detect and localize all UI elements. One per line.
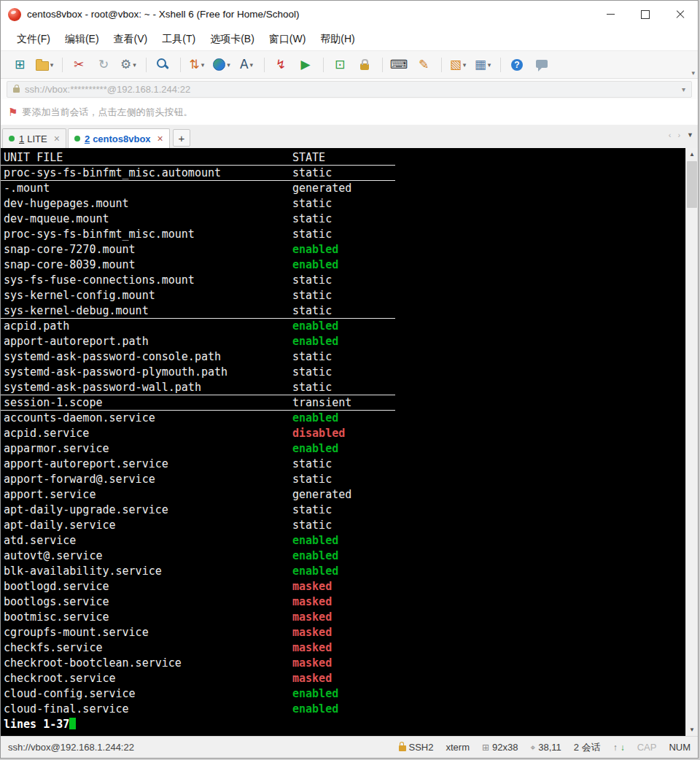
find-icon[interactable]: [151, 55, 174, 75]
unit-file-name: systemd-ask-password-wall.path: [4, 381, 201, 394]
dropdown-arrow-icon[interactable]: ▾: [250, 61, 254, 69]
tab-scroll-right-icon[interactable]: ›: [677, 131, 680, 139]
menu-item[interactable]: 文件(F): [9, 30, 58, 49]
tile-windows-icon[interactable]: ▦▾: [471, 55, 494, 75]
dropdown-arrow-icon[interactable]: ▾: [463, 61, 467, 69]
feedback-icon: [536, 60, 548, 68]
unit-state: masked: [292, 594, 332, 610]
unit-file-name: blk-availability.service: [4, 565, 162, 578]
screen-size-indicator: ⊞ 92x38: [482, 742, 518, 753]
scroll-up-icon[interactable]: ▲: [686, 148, 698, 160]
dropdown-arrow-icon[interactable]: ▾: [201, 61, 205, 69]
new-session-icon[interactable]: ⊞: [8, 55, 31, 75]
virtual-keyboard-icon: ⌨: [390, 58, 408, 71]
web-browser-icon[interactable]: ▾: [210, 55, 233, 75]
dropdown-arrow-icon[interactable]: ▾: [488, 61, 491, 69]
terminal-row: sys-kernel-debug.mountstatic: [1, 303, 685, 319]
terminal-row: bootlogd.servicemasked: [1, 579, 685, 594]
minimize-button[interactable]: [593, 1, 628, 28]
unit-file-name: apt-daily-upgrade.service: [4, 503, 168, 516]
session-nav-arrows[interactable]: ↑ ↓: [613, 742, 625, 753]
font-icon[interactable]: A▾: [235, 55, 258, 75]
dropdown-arrow-icon[interactable]: ▾: [227, 61, 230, 69]
disconnect-icon[interactable]: ✂: [67, 55, 90, 75]
terminal-row: proc-sys-fs-binfmt_misc.mountstatic: [1, 227, 685, 242]
lock-screen-icon[interactable]: [353, 55, 376, 75]
terminal-row: acpid.pathenabled: [1, 319, 685, 334]
font-icon: A: [240, 58, 249, 71]
unit-state: masked: [292, 671, 332, 686]
open-sessions-icon[interactable]: ▾: [33, 55, 56, 75]
layout-icon[interactable]: ▧▾: [446, 55, 470, 75]
unit-state: static: [292, 212, 332, 227]
unit-file-name: checkfs.service: [4, 641, 102, 654]
tab-close-icon[interactable]: ×: [54, 133, 60, 144]
address-field[interactable]: ssh://vbox:**********@192.168.1.244:22 ▾: [7, 81, 692, 98]
terminal-cursor: [69, 718, 76, 729]
unit-state: static: [292, 503, 332, 518]
session-properties-icon[interactable]: ⚙▾: [117, 55, 140, 75]
toolbar-separator: [323, 58, 324, 72]
toolbar-separator: [62, 58, 63, 72]
script-icon[interactable]: ↯: [269, 55, 292, 75]
prev-session-icon[interactable]: ↑: [613, 742, 618, 753]
reconnect-icon[interactable]: ↻: [92, 55, 115, 75]
address-dropdown-icon[interactable]: ▾: [680, 85, 687, 93]
menu-item[interactable]: 帮助(H): [313, 30, 362, 49]
session-count[interactable]: 2 会话: [574, 741, 601, 754]
terminal-row: snap-core-7270.mountenabled: [1, 242, 685, 257]
session-tab-centos8vbox[interactable]: 2centos8vbox×: [68, 128, 170, 148]
unit-state: enabled: [292, 702, 338, 717]
scrollbar-thumb[interactable]: [687, 161, 697, 208]
terminal-scrollbar[interactable]: ▲ ▼: [685, 148, 698, 736]
virtual-keyboard-icon[interactable]: ⌨: [387, 55, 411, 75]
status-address: ssh://vbox@192.168.1.244:22: [8, 742, 134, 753]
tab-strip: 1LITE×2centos8vbox×: [2, 128, 171, 148]
unit-state: STATE: [292, 150, 325, 166]
tab-scroll-left-icon[interactable]: ‹: [669, 131, 672, 139]
menu-item[interactable]: 工具(T): [155, 30, 203, 49]
next-session-icon[interactable]: ↓: [621, 742, 625, 753]
unit-state: static: [292, 303, 332, 319]
file-transfer-icon[interactable]: ⇅▾: [185, 55, 209, 75]
unit-state: enabled: [292, 548, 338, 564]
help-icon[interactable]: ?: [505, 55, 529, 75]
unit-file-name: bootlogd.service: [4, 580, 109, 593]
new-tab-button[interactable]: +: [173, 129, 190, 147]
session-tab-lite[interactable]: 1LITE×: [2, 128, 66, 148]
scroll-down-icon[interactable]: ▼: [686, 724, 698, 736]
dropdown-arrow-icon[interactable]: ▾: [133, 61, 136, 69]
tab-close-icon[interactable]: ×: [158, 133, 163, 144]
unit-state: transient: [292, 395, 351, 411]
menu-bar: 文件(F)编辑(E)查看(V)工具(T)选项卡(B)窗口(W)帮助(H): [1, 28, 698, 50]
unit-state: enabled: [292, 319, 338, 334]
status-right-group: SSH2 xterm ⊞ 92x38 ⌖ 38,11 2 会话 ↑ ↓ CAP …: [399, 741, 691, 754]
compose-icon[interactable]: ✎: [412, 55, 435, 75]
terminal-row: apport-autoreport.pathenabled: [1, 334, 685, 349]
feedback-icon[interactable]: [530, 55, 553, 75]
terminal-row: systemd-ask-password-wall.pathstatic: [1, 380, 685, 395]
menu-item[interactable]: 编辑(E): [58, 30, 106, 49]
terminal-row: accounts-daemon.serviceenabled: [1, 411, 685, 426]
unit-file-name: apt-daily.service: [4, 519, 116, 532]
toolbar-overflow-icon[interactable]: ▾: [691, 69, 695, 77]
terminal-row: bootlogs.servicemasked: [1, 594, 685, 610]
fullscreen-icon[interactable]: ⊡: [328, 55, 351, 75]
quick-command-icon[interactable]: ▶: [294, 55, 317, 75]
terminal-body[interactable]: UNIT FILESTATEproc-sys-fs-binfmt_misc.au…: [1, 148, 685, 736]
dropdown-arrow-icon[interactable]: ▾: [50, 61, 54, 69]
terminal-row: apt-daily.servicestatic: [1, 518, 685, 533]
terminal-row: dev-hugepages.mountstatic: [1, 196, 685, 212]
unit-state: static: [292, 380, 332, 395]
terminal-row: apt-daily-upgrade.servicestatic: [1, 503, 685, 518]
terminal-row: blk-availability.serviceenabled: [1, 564, 685, 579]
menu-item[interactable]: 选项卡(B): [203, 30, 262, 49]
tab-list-dropdown-icon[interactable]: ▼: [687, 131, 693, 139]
info-bar: ⚑ 要添加当前会话，点击左侧的箭头按钮。: [1, 99, 698, 125]
unit-file-name: proc-sys-fs-binfmt_misc.automount: [4, 166, 221, 179]
reconnect-icon: ↻: [98, 58, 109, 71]
close-button[interactable]: [663, 1, 698, 28]
menu-item[interactable]: 窗口(W): [262, 30, 314, 49]
maximize-button[interactable]: [628, 1, 663, 28]
menu-item[interactable]: 查看(V): [106, 30, 155, 49]
